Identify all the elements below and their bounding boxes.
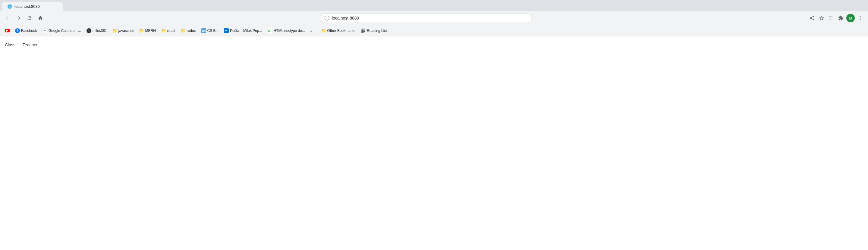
csbin-icon: CS bbox=[201, 28, 206, 33]
bookmark-posta[interactable]: M Pošta – Milos Pop... bbox=[221, 27, 265, 34]
bookmark-mern-label: MERN bbox=[145, 29, 156, 33]
home-button[interactable] bbox=[36, 14, 44, 22]
toolbar: i bbox=[0, 11, 868, 25]
menu-button[interactable] bbox=[856, 14, 864, 22]
svg-text:W: W bbox=[268, 29, 271, 33]
active-tab[interactable]: 🌐 localhost:8080 bbox=[2, 2, 63, 11]
nav-teacher[interactable]: Teacher bbox=[23, 42, 38, 47]
facebook-icon: f bbox=[15, 28, 20, 33]
bookmark-react-label: react bbox=[167, 29, 176, 33]
bookmarks-bar: f Facebook 21 Google Calendar -... ⚫ mil… bbox=[0, 25, 868, 36]
tab-favicon: 🌐 bbox=[7, 4, 12, 9]
youtube-icon bbox=[5, 28, 10, 33]
bookmark-google-calendar[interactable]: 21 Google Calendar -... bbox=[40, 27, 84, 34]
bookmark-html-doctype-label: HTML doctype de... bbox=[274, 29, 305, 33]
bookmark-star-button[interactable] bbox=[817, 14, 826, 22]
bookmark-facebook[interactable]: f Facebook bbox=[13, 27, 39, 34]
posta-icon: M bbox=[224, 28, 229, 33]
page-divider bbox=[5, 52, 863, 52]
bookmark-javascript[interactable]: 📁 javascript bbox=[110, 27, 136, 34]
address-bar[interactable]: i bbox=[321, 13, 532, 23]
bookmark-csbin-label: CS Bin bbox=[207, 29, 218, 33]
bookmark-javascript-label: javascript bbox=[119, 29, 134, 33]
page-nav: Class Teacher bbox=[5, 42, 863, 47]
bookmark-youtube[interactable] bbox=[2, 27, 12, 34]
tab-title: localhost:8080 bbox=[14, 4, 40, 9]
bookmark-milos381[interactable]: ⚫ milos381 bbox=[84, 27, 110, 34]
profile-avatar-button[interactable]: M bbox=[846, 14, 855, 22]
toolbar-right: M bbox=[808, 14, 864, 22]
share-button[interactable] bbox=[808, 14, 816, 22]
bookmark-google-calendar-label: Google Calendar -... bbox=[49, 29, 81, 33]
bookmark-redux[interactable]: 📁 redux bbox=[179, 27, 198, 34]
folder-javascript-icon: 📁 bbox=[113, 28, 117, 33]
extensions-button[interactable] bbox=[837, 14, 845, 22]
bookmark-other-bookmarks-label: Other Bookmarks bbox=[327, 29, 355, 33]
w3-icon: W bbox=[268, 28, 273, 33]
reload-button[interactable] bbox=[25, 14, 34, 22]
github-icon: ⚫ bbox=[87, 28, 91, 33]
google-calendar-icon: 21 bbox=[42, 28, 47, 33]
folder-mern-icon: 📁 bbox=[139, 28, 144, 33]
bookmark-csbin[interactable]: CS CS Bin bbox=[199, 27, 221, 34]
bookmark-reading-list-label: Reading List bbox=[367, 29, 387, 33]
bookmark-redux-label: redux bbox=[187, 29, 196, 33]
bookmark-mern[interactable]: 📁 MERN bbox=[136, 27, 158, 34]
bookmark-reading-list[interactable]: Reading List bbox=[358, 27, 390, 34]
reading-list-icon bbox=[361, 28, 366, 33]
bookmark-react[interactable]: 📁 react bbox=[159, 27, 178, 34]
url-input[interactable] bbox=[332, 15, 528, 21]
folder-other-icon: 📁 bbox=[321, 28, 326, 33]
bookmark-html-doctype[interactable]: W HTML doctype de... bbox=[265, 27, 307, 34]
svg-text:CS: CS bbox=[202, 30, 206, 33]
more-bookmarks-label: » bbox=[310, 29, 313, 33]
bookmark-milos381-label: milos381 bbox=[93, 29, 107, 33]
bookmark-other-bookmarks[interactable]: 📁 Other Bookmarks bbox=[319, 27, 358, 34]
browser-chrome: 🌐 localhost:8080 i bbox=[0, 0, 868, 36]
folder-react-icon: 📁 bbox=[161, 28, 166, 33]
page-content: Class Teacher bbox=[0, 36, 868, 250]
bookmarks-separator bbox=[317, 28, 317, 34]
folder-redux-icon: 📁 bbox=[181, 28, 186, 33]
bookmark-more[interactable]: » bbox=[308, 27, 315, 34]
avatar-initial: M bbox=[849, 16, 852, 21]
bookmark-posta-label: Pošta – Milos Pop... bbox=[230, 29, 262, 33]
security-icon: i bbox=[324, 15, 330, 21]
tab-bar: 🌐 localhost:8080 bbox=[0, 0, 868, 11]
nav-class[interactable]: Class bbox=[5, 42, 16, 47]
back-button[interactable] bbox=[4, 14, 12, 22]
bookmark-facebook-label: Facebook bbox=[21, 29, 37, 33]
forward-button[interactable] bbox=[14, 14, 23, 22]
tab-search-button[interactable] bbox=[827, 14, 835, 22]
